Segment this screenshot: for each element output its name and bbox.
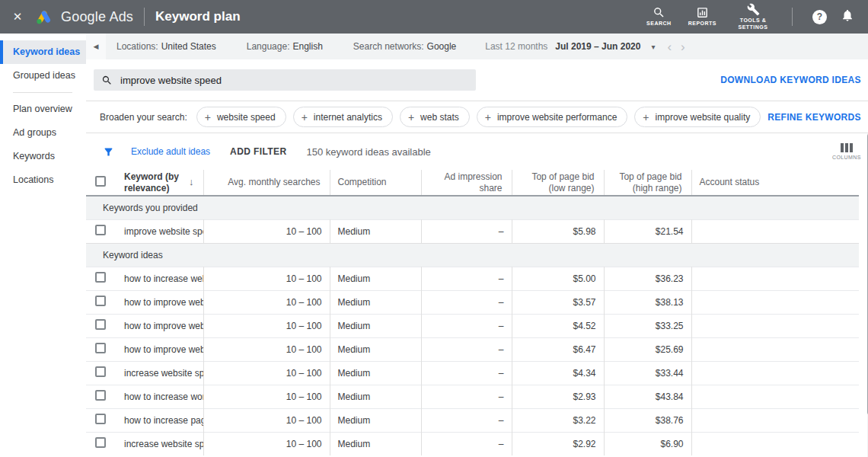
date-range-setting[interactable]: Last 12 months Jul 2019 – Jun 2020 ▾ xyxy=(485,41,655,52)
sidebar-item-keywords[interactable]: Keywords xyxy=(0,145,86,168)
exclude-adult-ideas-filter[interactable]: Exclude adult ideas xyxy=(131,146,210,157)
sidebar-item-locations[interactable]: Locations xyxy=(0,168,86,192)
account-status-cell xyxy=(691,432,859,455)
low-bid-cell: $5.98 xyxy=(512,219,604,243)
row-checkbox[interactable] xyxy=(95,414,106,424)
select-all-checkbox[interactable] xyxy=(95,176,106,187)
search-nav-button[interactable]: SEARCH xyxy=(646,6,672,27)
columns-icon xyxy=(840,143,854,152)
help-icon[interactable]: ? xyxy=(812,10,827,24)
reports-nav-label: REPORTS xyxy=(688,21,716,27)
chip-improve-website-performance[interactable]: + improve website performance xyxy=(477,107,628,127)
account-status-cell xyxy=(691,408,859,432)
low-bid-cell: $4.52 xyxy=(512,314,604,337)
broaden-search-label: Broaden your search: xyxy=(100,112,187,123)
competition-cell: Medium xyxy=(330,361,421,385)
chip-improve-website-quality[interactable]: + improve website quality xyxy=(634,107,761,127)
search-networks-setting[interactable]: Search networks: Google xyxy=(353,41,456,52)
top-bar: ✕ Google Ads Keyword plan SEARCH REPORTS… xyxy=(0,0,868,34)
columns-button[interactable]: COLUMNS xyxy=(832,143,861,160)
locations-setting[interactable]: Locations: United States xyxy=(116,41,216,52)
sort-desc-icon[interactable]: ↓ xyxy=(189,176,194,188)
chevron-down-icon[interactable]: ▾ xyxy=(651,43,655,51)
account-status-cell xyxy=(691,290,859,314)
account-status-cell xyxy=(691,314,859,337)
low-bid-cell: $2.92 xyxy=(512,432,604,455)
filter-funnel-icon[interactable] xyxy=(103,146,114,158)
header-top-bid-low[interactable]: Top of page bid (low range) xyxy=(512,170,604,196)
competition-cell: Medium xyxy=(330,219,421,243)
close-icon[interactable]: ✕ xyxy=(0,10,35,24)
row-checkbox[interactable] xyxy=(95,390,106,401)
divider xyxy=(792,8,793,26)
keyword-cell: how to improve website ... xyxy=(116,314,203,337)
sidebar-item-ad-groups[interactable]: Ad groups xyxy=(0,121,86,145)
keyword-search-input[interactable] xyxy=(120,75,468,86)
reports-nav-button[interactable]: REPORTS xyxy=(688,6,716,27)
filter-bar: Exclude adult ideas ADD FILTER 150 keywo… xyxy=(86,133,868,170)
header-ad-impression-share[interactable]: Ad impression share xyxy=(421,170,512,196)
prev-period-icon[interactable]: ‹ xyxy=(667,40,672,53)
sidebar-item-keyword-ideas[interactable]: Keyword ideas xyxy=(0,40,86,64)
header-competition[interactable]: Competition xyxy=(330,170,421,196)
competition-cell: Medium xyxy=(330,314,421,337)
locations-value: United States xyxy=(161,41,216,52)
row-checkbox[interactable] xyxy=(95,437,106,448)
notifications-bell-icon[interactable] xyxy=(841,8,854,25)
chip-web-stats[interactable]: + web stats xyxy=(400,107,470,127)
sidebar: Keyword ideas Grouped ideas Plan overvie… xyxy=(0,34,86,457)
account-status-cell xyxy=(691,337,859,361)
keyword-search-row: DOWNLOAD KEYWORD IDEAS xyxy=(86,59,868,101)
table-row: how to improve website ... 10 – 100 Medi… xyxy=(86,314,859,337)
competition-cell: Medium xyxy=(330,408,421,432)
row-checkbox[interactable] xyxy=(95,225,106,235)
competition-cell: Medium xyxy=(330,385,421,408)
row-checkbox[interactable] xyxy=(95,366,106,377)
keyword-cell: increase website speed ... xyxy=(116,432,203,455)
searches-cell: 10 – 100 xyxy=(203,337,330,361)
chip-internet-analytics[interactable]: + internet analytics xyxy=(293,107,393,127)
next-period-icon[interactable]: › xyxy=(681,40,685,53)
table-section-row: Keyword ideas xyxy=(86,243,859,267)
searches-cell: 10 – 100 xyxy=(203,314,330,337)
keyword-cell: how to improve website ... xyxy=(116,337,203,361)
header-account-status[interactable]: Account status xyxy=(691,170,859,196)
language-label: Language: xyxy=(247,41,290,52)
plus-icon: + xyxy=(205,111,211,123)
header-keyword[interactable]: Keyword (by relevance) ↓ xyxy=(116,170,203,196)
sidebar-item-grouped-ideas[interactable]: Grouped ideas xyxy=(0,64,86,88)
header-top-bid-high[interactable]: Top of page bid (high range) xyxy=(604,170,691,196)
section-label: Keywords you provided xyxy=(86,196,859,219)
row-checkbox[interactable] xyxy=(95,343,106,353)
row-checkbox[interactable] xyxy=(95,296,106,306)
header-avg-monthly-searches[interactable]: Avg. monthly searches xyxy=(203,170,330,196)
keyword-search-box[interactable] xyxy=(94,69,476,91)
tools-settings-nav-button[interactable]: TOOLS & SETTINGS xyxy=(733,3,773,31)
sidebar-item-plan-overview[interactable]: Plan overview xyxy=(0,97,86,121)
locations-label: Locations: xyxy=(116,41,158,52)
searches-cell: 10 – 100 xyxy=(203,361,330,385)
search-networks-value: Google xyxy=(427,41,457,52)
impression-share-cell: – xyxy=(421,267,512,290)
refine-keywords-button[interactable]: REFINE KEYWORDS xyxy=(767,112,861,123)
add-filter-button[interactable]: ADD FILTER xyxy=(230,146,286,157)
chip-label: improve website quality xyxy=(656,112,751,123)
row-checkbox[interactable] xyxy=(95,319,106,330)
chip-label: internet analytics xyxy=(314,112,382,123)
chip-website-speed[interactable]: + website speed xyxy=(196,107,286,127)
language-setting[interactable]: Language: English xyxy=(247,41,323,52)
keyword-ideas-table: Keyword (by relevance) ↓ Avg. monthly se… xyxy=(86,170,859,455)
competition-cell: Medium xyxy=(330,267,421,290)
searches-cell: 10 – 100 xyxy=(203,408,330,432)
search-icon xyxy=(101,75,113,86)
tools-settings-nav-label: TOOLS & SETTINGS xyxy=(733,18,773,31)
searches-cell: 10 – 100 xyxy=(203,267,330,290)
download-keyword-ideas-button[interactable]: DOWNLOAD KEYWORD IDEAS xyxy=(720,75,861,85)
collapse-panel-icon[interactable]: ◀ xyxy=(86,34,106,59)
reports-icon xyxy=(696,6,709,19)
table-header-row: Keyword (by relevance) ↓ Avg. monthly se… xyxy=(86,170,859,196)
brand-name: Google Ads xyxy=(61,9,133,25)
plus-icon: + xyxy=(408,111,414,123)
row-checkbox[interactable] xyxy=(95,272,106,283)
searches-cell: 10 – 100 xyxy=(203,385,330,408)
